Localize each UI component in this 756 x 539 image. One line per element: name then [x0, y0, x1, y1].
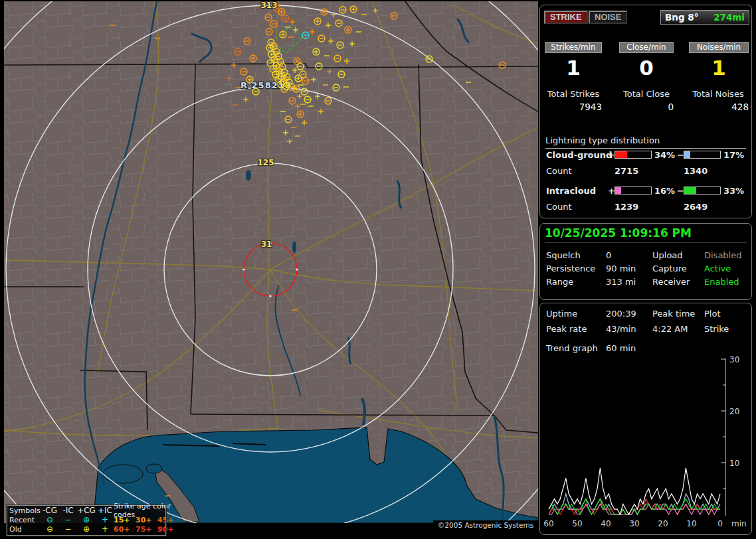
y-tick-30: 30 [729, 356, 739, 364]
ic-positive-count: 1239 [614, 202, 638, 212]
x-tick-20: 20 [658, 519, 668, 528]
total-close-value: 0 [619, 102, 674, 112]
age-30: 30+ [136, 516, 157, 524]
receiver-label: Receiver [652, 277, 690, 287]
capture-status: Active [704, 264, 731, 273]
cg-positive-bar [614, 151, 652, 159]
legend-header-neg-cg: -CG [40, 506, 60, 514]
cg-negative-count: 1340 [684, 166, 708, 176]
cg-count-label: Count [546, 166, 572, 176]
recent-plus-icon: + [96, 516, 114, 524]
distribution-title: Lightning type distribution [545, 135, 746, 149]
x-tick-60: 60 [543, 519, 553, 528]
old-minus-icon: − [60, 525, 76, 533]
y-tick-20: 20 [729, 407, 739, 416]
legend-header-pos-ic: +IC [96, 506, 114, 514]
peak-rate-label: Peak rate [546, 324, 587, 334]
info-panel: Uptime 200:39 Peak time Plot Peak rate 4… [539, 303, 752, 535]
peak-rate-value: 43/min [606, 324, 636, 334]
receiver-status: Enabled [704, 277, 739, 287]
total-strikes-label: Total Strikes [541, 89, 605, 99]
intracloud-label: Intracloud [546, 186, 596, 196]
uptime-value: 200:39 [606, 309, 636, 319]
x-tick-30: 30 [629, 519, 639, 528]
y-tick-10: 10 [729, 459, 739, 468]
lightning-map[interactable]: 313 125 31 R 258213 [4, 1, 538, 523]
datetime-display: 10/25/2025 1:09:16 PM [545, 226, 747, 243]
copyright-text: ©2005 Astrogenic Systems [433, 520, 538, 531]
capture-label: Capture [652, 264, 687, 273]
ic-negative-pct: 33% [723, 186, 744, 196]
ic-negative-bar [684, 187, 721, 194]
strikes-per-min-label: Strikes/min [545, 42, 602, 53]
old-circled-minus-icon: ⊖ [40, 525, 60, 533]
legend-header-pos-cg: +CG [76, 506, 96, 514]
legend-header-symbols: Symbols [9, 506, 40, 515]
cg-positive-count: 2715 [614, 166, 638, 176]
persistence-label: Persistence [546, 264, 595, 273]
cloud-ground-label: Cloud-ground [546, 150, 612, 160]
total-strikes-value: 7943 [545, 102, 602, 112]
strikes-per-min-value: 1 [545, 56, 602, 80]
trend-x-axis: 60 50 40 30 20 10 0 min [543, 519, 746, 528]
bearing-value: Bng 8° [665, 12, 698, 23]
range-label: Range [546, 277, 573, 287]
squelch-label: Squelch [546, 250, 581, 260]
cg-negative-bar [684, 151, 721, 159]
recent-circled-plus-icon: ⊕ [76, 516, 96, 524]
close-per-min-label: Close/min [619, 42, 674, 53]
legend-row-old: Old [9, 525, 40, 534]
old-plus-icon: + [96, 525, 114, 533]
noises-per-min-label: Noises/min [689, 42, 749, 53]
uptime-label: Uptime [546, 309, 577, 319]
total-noises-label: Total Noises [686, 89, 750, 99]
total-close-label: Total Close [616, 89, 677, 99]
x-tick-50: 50 [572, 519, 582, 528]
trend-graph: 30 20 10 60 50 40 30 20 10 0 min [542, 356, 751, 532]
legend-header-neg-ic: -IC [60, 506, 76, 514]
x-tick-40: 40 [601, 519, 611, 528]
legend-row-recent: Recent [9, 516, 40, 524]
map-canvas[interactable]: 313 125 31 R 258213 [4, 1, 538, 523]
bearing-range-indicator: Bng 8° 274mi [660, 10, 749, 25]
upload-status: Disabled [704, 250, 741, 260]
trend-series-lines [549, 468, 720, 514]
plot-label: Plot [704, 309, 721, 319]
app-window: 313 125 31 R 258213 Symbols -CG -IC +CG … [0, 0, 756, 539]
ic-positive-bar [614, 187, 652, 194]
old-circled-plus-icon: ⊕ [76, 525, 96, 533]
recent-minus-icon: − [60, 516, 76, 524]
range-value: 313 mi [606, 277, 636, 287]
ic-count-label: Count [546, 202, 572, 212]
symbols-legend: Symbols -CG -IC +CG +IC Strike age color… [7, 505, 166, 536]
upload-label: Upload [652, 250, 683, 260]
x-tick-10: 10 [686, 519, 696, 528]
ring-label-middle: 125 [257, 158, 274, 167]
status-panel: 10/25/2025 1:09:16 PM Squelch 0 Upload D… [539, 223, 752, 300]
age-45: 45+ [157, 516, 180, 524]
plot-mode-value: Strike [704, 324, 729, 334]
noises-per-min-value: 1 [689, 56, 749, 80]
age-60: 60+ [114, 525, 136, 534]
cg-negative-pct: 17% [723, 150, 744, 160]
strike-mode-button[interactable]: STRIKE [544, 11, 588, 24]
ic-positive-pct: 16% [654, 186, 675, 196]
trend-graph-label: Trend graph [546, 343, 598, 353]
close-per-min-value: 0 [619, 56, 674, 80]
trend-graph-window: 60 min [606, 343, 636, 353]
peak-time-label: Peak time [652, 309, 695, 319]
noise-mode-button[interactable]: NOISE [589, 11, 627, 24]
ring-label-inner: 31 [261, 240, 272, 249]
trend-y-axis: 30 20 10 [721, 356, 739, 516]
age-90: 90+ [157, 525, 180, 534]
peak-time-value: 4:22 AM [652, 324, 688, 334]
stats-panel: STRIKE NOISE Bng 8° 274mi Strikes/min Cl… [539, 5, 752, 218]
ic-negative-count: 2649 [684, 202, 708, 212]
total-noises-value: 428 [689, 102, 749, 112]
squelch-value: 0 [606, 250, 611, 260]
distance-value: 274mi [713, 12, 745, 23]
age-75: 75+ [136, 525, 157, 534]
cg-positive-pct: 34% [654, 150, 675, 160]
x-tick-0: 0 [717, 519, 723, 528]
persistence-value: 90 min [606, 264, 636, 273]
